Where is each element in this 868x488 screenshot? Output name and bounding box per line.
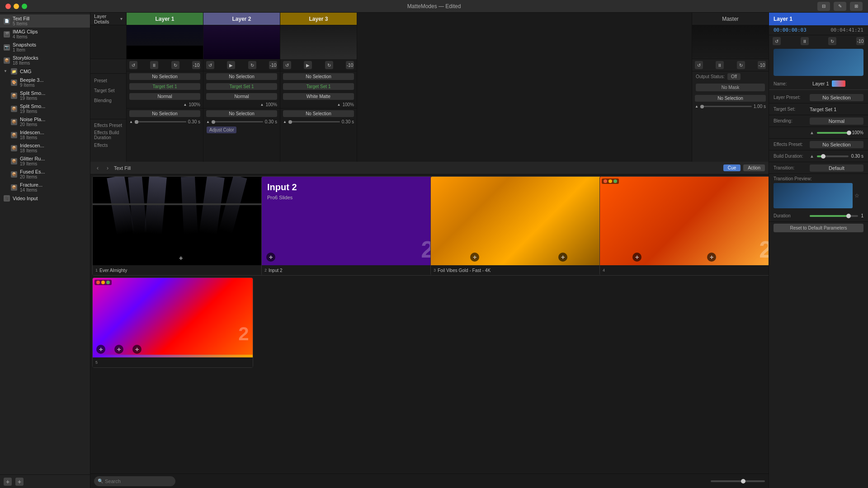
layer-3-play-btn[interactable]: ▶ [304,61,312,69]
minimize-button[interactable] [14,4,19,9]
sidebar-item-text-fill[interactable]: 📄 Text Fill 5 Items [0,14,90,28]
ctrl-btn-1[interactable]: ⊟ [817,2,830,11]
layer-1-preset-value[interactable]: No Selection [129,73,200,80]
ctrl-btn-3[interactable]: ⊞ [850,2,863,11]
layer-3-rewind-btn[interactable]: ↺ [283,61,291,69]
sidebar-item-iridescen-1[interactable]: 📦 Iridescen... 18 Items [0,128,90,141]
layer-2-rewind-btn[interactable]: ↺ [206,61,214,69]
ctrl-btn-2[interactable]: ✎ [834,2,846,11]
layer-3-minus-btn[interactable]: -10 [346,61,354,69]
layer-1-blending-value[interactable]: Normal [129,93,200,100]
build-duration-arrow-icon: ▲ [810,154,814,159]
window-controls[interactable] [5,4,27,9]
layer-1-header[interactable]: Layer 1 [127,13,203,25]
layer-2-opacity-icon: ▲ [260,103,264,107]
layer-1-forward-btn[interactable]: ↻ [171,61,179,69]
master-forward-btn[interactable]: ↻ [737,61,745,69]
right-effects-preset-value[interactable]: No Selection [810,141,863,148]
path-forward-button[interactable]: › [104,164,111,172]
layer-3-effects-preset-value[interactable]: No Selection [283,110,354,117]
layer-3-duration-row: ▲ 0.30 s [280,118,357,125]
layer-3-preset-value[interactable]: No Selection [283,73,354,80]
media-item-4[interactable]: 2 ✛ ✛ 4 [599,176,769,276]
media-thumb-3: ✛ ✛ [431,177,607,265]
layer-3-header[interactable]: Layer 3 [280,13,357,25]
master-rewind-btn[interactable]: ↺ [695,61,703,69]
sidebar-item-video-input[interactable]: 🎥 Video Input [0,194,90,203]
right-rewind-btn[interactable]: ↺ [773,37,781,45]
transition-preview-thumbnail [774,183,853,208]
cue-button[interactable]: Cue [723,164,741,171]
layer-color-swatch[interactable] [832,80,845,87]
master-duration-slider[interactable] [700,106,752,107]
layer-2-effect-chip[interactable]: Adjust Color [207,127,236,133]
action-button[interactable]: Action [743,164,765,171]
right-panel-preview [774,49,863,76]
no-mask-button[interactable]: No Mask [696,84,765,91]
add-folder-button[interactable]: + [15,478,24,486]
layer-1-minus-btn[interactable]: -10 [192,61,200,69]
layer-2-play-btn[interactable]: ▶ [227,61,235,69]
maximize-button[interactable] [22,4,27,9]
layer-2-duration-slider[interactable] [212,121,263,122]
layer-3-target-value[interactable]: Target Set 1 [283,83,354,90]
layer-3-blending-value[interactable]: White Matte [283,93,354,100]
path-back-button[interactable]: ‹ [94,164,101,172]
right-layer-preset-row: Layer Preset: No Selection [769,92,868,103]
layer-1-duration-slider[interactable] [135,121,186,122]
layer-2-minus-btn[interactable]: -10 [269,61,277,69]
master-minus-btn[interactable]: -10 [758,61,766,69]
sidebar-item-split-smo-1[interactable]: 📦 Split Smo... 19 Items [0,89,90,102]
media-item-3[interactable]: ✛ ✛ 3 Foil Vibes Gold - Fast - 4K [430,176,607,276]
layer-2-header[interactable]: Layer 2 [203,13,280,25]
layer-3-forward-btn[interactable]: ↻ [325,61,333,69]
sidebar-item-imag-clips[interactable]: 🎬 IMAG Clips 4 Items [0,28,90,41]
right-minus-btn[interactable]: -10 [856,37,864,45]
right-transition-value[interactable]: Default [810,164,863,172]
master-preset-value[interactable]: No Selection [695,95,766,102]
build-duration-slider[interactable] [817,155,849,157]
sidebar-item-split-smo-2[interactable]: 📦 Split Smo... 19 Items [0,102,90,115]
right-forward-btn[interactable]: ↻ [828,37,836,45]
layer-1-pause-btn[interactable]: ⏸ [150,61,158,69]
sidebar-item-glitter[interactable]: 📦 Glitter Ru... 19 Items [0,155,90,168]
media-item-5[interactable]: 2 ✛ ✛ ✛ 5 [92,277,253,368]
sidebar-item-snapshots[interactable]: 📷 Snapshots 1 Item [0,41,90,54]
search-input[interactable] [105,479,172,484]
sidebar-item-iridescen-2[interactable]: 📦 Iridescen... 18 Items [0,141,90,155]
layer-1-effects-preset-value[interactable]: No Selection [129,110,200,117]
group-toggle-icon[interactable]: ▼ [4,69,8,74]
layer-2-effects-preset-value[interactable]: No Selection [206,110,277,117]
layer-1-target-value[interactable]: Target Set 1 [129,83,200,90]
right-blending-value[interactable]: Normal [810,117,863,125]
add-item-button[interactable]: + [4,478,12,486]
layer-3-duration-slider[interactable] [288,121,340,122]
opacity-slider[interactable] [817,132,849,134]
layer-1-duration-row: ▲ 0.30 s [127,118,203,125]
layer-1-preset-row: No Selection [127,71,203,81]
right-layer-preset-value[interactable]: No Selection [810,94,863,101]
duration-slider[interactable] [810,215,858,217]
sidebar-item-storyblocks[interactable]: 📦 Storyblocks 18 Items [0,54,90,67]
layer-2-blending-value[interactable]: Normal [206,93,277,100]
layer-details-header[interactable]: Layer Details ▾ [90,13,126,25]
sidebar-item-fracture[interactable]: 📦 Fracture... 14 Items [0,181,90,194]
sidebar-item-cmg[interactable]: ▼ 📁 CMG [0,67,90,76]
sidebar-item-beeple[interactable]: 🎨 Beeple 3... 9 Items [0,76,90,89]
media-item-2[interactable]: Input 2 Pro6 Slides 2 ✛ 2 Input 2 [261,176,438,276]
zoom-slider[interactable] [711,480,765,482]
close-button[interactable] [5,4,11,9]
media-item-1[interactable]: ✛ 1 Ever Almighty [92,176,269,276]
layer-2-forward-btn[interactable]: ↻ [248,61,256,69]
layer-2-preset-value[interactable]: No Selection [206,73,277,80]
right-pause-btn[interactable]: ⏸ [801,37,809,45]
sidebar-item-fused[interactable]: 📦 Fused Es... 20 Items [0,168,90,181]
sidebar-item-noise[interactable]: 📦 Noise Pla... 20 Items [0,115,90,128]
master-pause-btn[interactable]: ⏸ [716,61,724,69]
reset-button[interactable]: Reset to Default Parameters [774,224,863,232]
layer-2-target-value[interactable]: Target Set 1 [206,83,277,90]
right-transition-preview-label: Transition Preview: [774,176,812,181]
search-box[interactable]: 🔍 [94,476,175,486]
star-icon[interactable]: ☆ [854,192,859,199]
layer-1-rewind-btn[interactable]: ↺ [129,61,137,69]
